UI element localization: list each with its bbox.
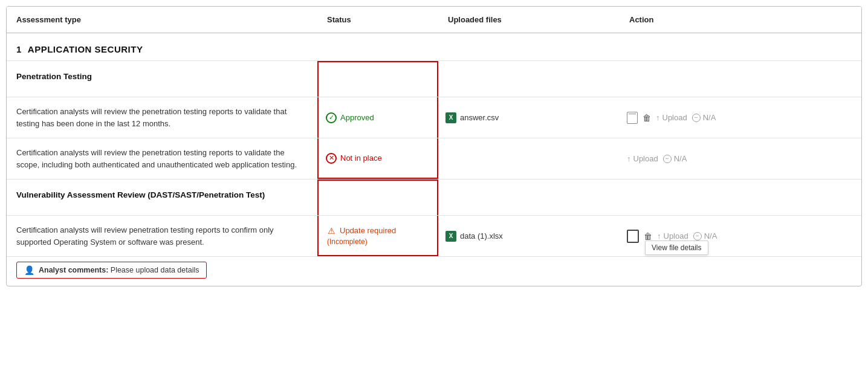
uploaded-cell-3: X data (1).xlsx — [438, 216, 620, 256]
status-cell-empty-g2 — [317, 179, 438, 215]
uploaded-cell-2 — [438, 138, 620, 179]
group2-title-row: Vulnerability Assessment Review (DAST/SA… — [7, 179, 861, 215]
analyst-comment-box: 👤 Analyst comments: Please upload data d… — [16, 262, 207, 279]
status-approved-cell: ✓ Approved — [317, 97, 438, 138]
view-file-tooltip: View file details — [645, 240, 708, 255]
status-incomplete-label: (Incomplete) — [327, 237, 368, 246]
file-name-1: answer.csv — [460, 113, 499, 122]
uploaded-cell-empty — [438, 61, 620, 97]
col-header-uploaded-files: Uploaded files — [438, 7, 620, 33]
row3-description: Certification analysts will review penet… — [7, 216, 317, 256]
section-title: 1 APPLICATION SECURITY — [7, 33, 861, 60]
status-not-in-place-cell: ✕ Not in place — [317, 138, 438, 179]
table-row: Certification analysts will review the p… — [7, 138, 861, 179]
upload-arrow-icon-2: ↑ — [627, 154, 631, 163]
upload-button-3[interactable]: ↑ Upload — [657, 231, 688, 240]
analyst-icon: 👤 — [24, 265, 34, 275]
status-not-in-place: ✕ Not in place — [326, 153, 382, 164]
minus-circle-icon: − — [692, 114, 701, 122]
status-update-required: ⚠ Update required (Incomplete) — [326, 225, 396, 246]
analyst-comment-row: 👤 Analyst comments: Please upload data d… — [7, 256, 861, 286]
excel-icon-3: X — [445, 231, 456, 242]
status-not-in-place-label: Not in place — [340, 153, 382, 163]
action-cell-2: ↑ Upload − N/A — [620, 138, 861, 179]
col-header-action: Action — [620, 7, 861, 33]
uploaded-cell-empty-g2 — [438, 179, 620, 215]
doc-icon[interactable] — [627, 112, 638, 124]
status-approved-label: Approved — [340, 113, 374, 122]
action-cell-empty-g2 — [620, 179, 861, 215]
section-number: 1 — [16, 44, 22, 54]
trash-icon-3[interactable]: 🗑 — [644, 231, 652, 241]
status-update-required-cell: ⚠ Update required (Incomplete) — [317, 216, 438, 256]
analyst-comment-label: Analyst comments: Please upload data det… — [39, 266, 199, 274]
upload-button-1[interactable]: ↑ Upload — [656, 113, 687, 122]
update-line: ⚠ Update required — [326, 225, 396, 236]
x-circle-icon: ✕ — [326, 153, 337, 164]
main-table: Assessment type Status Uploaded files Ac… — [6, 6, 862, 286]
row2-description: Certification analysts will review the p… — [7, 138, 317, 179]
status-approved: ✓ Approved — [326, 112, 374, 123]
status-cell-empty-top — [317, 61, 438, 97]
upload-arrow-icon-3: ↑ — [657, 231, 661, 240]
excel-icon: X — [445, 112, 456, 123]
col-header-status: Status — [317, 7, 438, 33]
upload-arrow-icon: ↑ — [656, 113, 660, 122]
table-header: Assessment type Status Uploaded files Ac… — [7, 7, 861, 33]
row1-description: Certification analysts will review the p… — [7, 97, 317, 138]
table-row: Certification analysts will review the p… — [7, 97, 861, 138]
na-button-1[interactable]: − N/A — [692, 113, 716, 122]
status-update-label: Update required — [340, 226, 396, 235]
action-cell-1: 🗑 ↑ Upload − N/A — [620, 97, 861, 138]
na-button-3[interactable]: − N/A — [693, 231, 717, 240]
group1-title: Penetration Testing — [7, 61, 317, 97]
check-circle-icon: ✓ — [326, 112, 337, 123]
doc-filled-icon[interactable] — [627, 230, 639, 243]
section-name: APPLICATION SECURITY — [28, 44, 143, 54]
minus-circle-icon-2: − — [663, 155, 672, 163]
minus-circle-icon-3: − — [693, 232, 702, 240]
na-button-2[interactable]: − N/A — [663, 154, 687, 163]
upload-button-2[interactable]: ↑ Upload — [627, 154, 658, 163]
col-header-assessment-type: Assessment type — [7, 7, 317, 33]
table-row: Certification analysts will review penet… — [7, 215, 861, 256]
action-cell-empty — [620, 61, 861, 97]
group1-title-row: Penetration Testing — [7, 60, 861, 97]
uploaded-cell-1: X answer.csv — [438, 97, 620, 138]
group2-title: Vulnerability Assessment Review (DAST/SA… — [7, 179, 317, 215]
file-name-3: data (1).xlsx — [460, 231, 503, 240]
warn-triangle-icon: ⚠ — [326, 225, 337, 236]
trash-icon[interactable]: 🗑 — [643, 113, 651, 123]
action-cell-3: 🗑 ↑ Upload − N/A View file details — [620, 216, 861, 256]
